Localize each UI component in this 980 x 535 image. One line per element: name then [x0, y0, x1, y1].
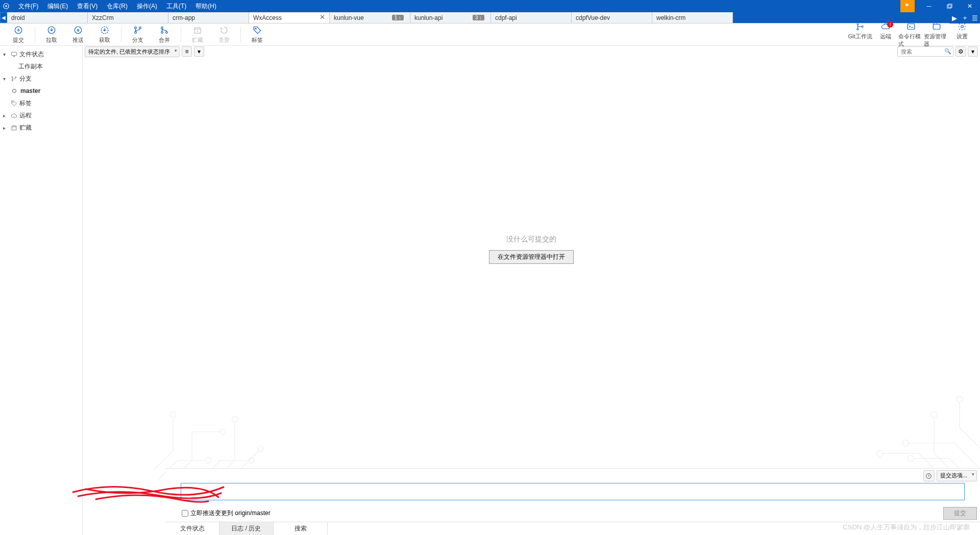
repo-tab-kunlun-vue[interactable]: kunlun-vue1 ↓	[330, 12, 410, 23]
tag-icon	[253, 25, 262, 35]
repo-tab-droid[interactable]: droid	[7, 12, 88, 23]
repo-tab-cdpf-api[interactable]: cdpf-api	[491, 12, 572, 23]
chevron-down-icon: ▾	[3, 76, 9, 82]
toolbar-commit-button[interactable]: 提交	[5, 25, 32, 44]
open-in-explorer-button[interactable]: 在文件资源管理器中打开	[489, 250, 574, 264]
repo-tab-welkin-crm[interactable]: welkin-crm	[652, 12, 733, 23]
monitor-icon	[9, 51, 18, 58]
tab-scroll-left-button[interactable]: ◀	[0, 12, 7, 23]
svg-point-37	[957, 396, 963, 402]
svg-point-33	[258, 446, 263, 452]
tree-remote[interactable]: ▸ 远程	[0, 109, 82, 121]
toolbar-remote-button[interactable]: 远端!	[873, 21, 898, 48]
menu-tools[interactable]: 工具(T)	[162, 1, 190, 12]
svg-rect-3	[948, 4, 951, 7]
toolbar-pull-button[interactable]: 拉取	[38, 25, 65, 44]
tab-label: cdpf-api	[495, 14, 567, 21]
tag-icon	[9, 100, 18, 107]
svg-point-30	[170, 412, 176, 418]
tree-work-copy[interactable]: 工作副本	[0, 60, 82, 72]
svg-rect-22	[11, 52, 16, 56]
tab-scroll-right-button[interactable]: ▶	[949, 12, 960, 23]
svg-point-1	[5, 5, 7, 7]
window-close-button[interactable]: ✕	[960, 0, 980, 12]
tab-badge: 1 ↓	[392, 15, 404, 20]
svg-point-31	[249, 457, 254, 463]
tree-branch[interactable]: ▾ 分支	[0, 72, 82, 85]
push-immediately-checkbox[interactable]: 立即推送变更到 origin/master	[182, 509, 271, 518]
menu-edit[interactable]: 编辑(E)	[43, 1, 72, 12]
commit-message-input[interactable]	[181, 483, 965, 500]
notification-badge: !	[887, 21, 893, 28]
file-sort-dropdown[interactable]: 待定的文件, 已依照文件状态排序	[85, 46, 180, 57]
bottom-tab-search[interactable]: 搜索	[274, 522, 328, 535]
tree-tag[interactable]: 标签	[0, 97, 82, 109]
app-logo-icon	[0, 0, 12, 12]
toolbar-branch-button[interactable]: 分支	[125, 25, 151, 44]
window-minimize-button[interactable]: ─	[919, 0, 939, 12]
svg-rect-19	[908, 23, 915, 29]
chevron-right-icon: ▸	[3, 125, 9, 131]
commit-button[interactable]: 提交	[943, 507, 977, 520]
tab-label: XzzCrm	[92, 14, 164, 21]
menu-repo[interactable]: 仓库(R)	[103, 1, 132, 12]
repo-tab-cdpfVue-dev[interactable]: cdpfVue-dev	[572, 12, 652, 23]
view-list-button[interactable]: ≡	[182, 46, 192, 57]
settings-more-button[interactable]: ▾	[968, 46, 978, 57]
svg-point-11	[161, 27, 163, 29]
tab-add-button[interactable]: ＋	[960, 12, 970, 23]
cloud-icon	[9, 112, 18, 119]
push-icon	[74, 25, 83, 35]
toolbar-explorer-button[interactable]: 资源管理器	[924, 21, 949, 48]
toolbar-merge-button[interactable]: 合并	[151, 25, 178, 44]
svg-rect-2	[947, 5, 950, 8]
menu-action[interactable]: 操作(A)	[133, 1, 161, 12]
bottom-tab-file-status[interactable]: 文件状态	[165, 522, 219, 535]
toolbar-gitflow-button[interactable]: Git工作流	[847, 21, 873, 48]
branch-current-icon	[12, 89, 16, 93]
svg-point-32	[232, 417, 237, 422]
tab-label: droid	[11, 14, 83, 21]
repo-tab-WxAccess[interactable]: WxAccess✕	[249, 12, 330, 23]
toolbar-push-button[interactable]: 推送	[65, 25, 91, 44]
settings-gear-button[interactable]: ⚙	[955, 46, 966, 57]
tab-label: kunlun-vue	[334, 14, 392, 21]
toolbar-fetch-button[interactable]: 获取	[91, 25, 118, 44]
commit-icon	[14, 25, 23, 35]
toolbar-settings-button[interactable]: 设置	[949, 21, 975, 48]
tree-stash[interactable]: ▸ 贮藏	[0, 121, 82, 134]
svg-point-29	[220, 429, 226, 434]
discard-icon	[219, 25, 229, 35]
stash-icon	[9, 125, 18, 131]
toolbar-cli-button[interactable]: 命令行模式	[898, 21, 924, 48]
svg-point-17	[857, 28, 859, 30]
fetch-icon	[100, 25, 109, 35]
menu-help[interactable]: 帮助(H)	[191, 1, 220, 12]
tree-branch-master[interactable]: master	[0, 85, 82, 97]
tab-menu-button[interactable]: ☰	[970, 12, 980, 23]
toolbar-stash-button: 贮藏	[184, 25, 211, 44]
toolbar-tag-button[interactable]: 标签	[244, 25, 271, 44]
chevron-right-icon: ▸	[3, 113, 9, 118]
toolbar-discard-button: 丢弃	[211, 25, 237, 44]
svg-point-36	[902, 440, 909, 446]
repo-tab-kunlun-api[interactable]: kunlun-api3 ↓	[410, 12, 491, 23]
tree-file-status[interactable]: ▾ 文件状态	[0, 48, 82, 60]
view-options-button[interactable]: ▾	[194, 46, 204, 57]
menu-view[interactable]: 查看(V)	[73, 1, 102, 12]
svg-point-28	[206, 457, 211, 463]
menu-file[interactable]: 文件(F)	[14, 1, 42, 12]
svg-rect-27	[12, 127, 16, 130]
tab-close-icon[interactable]: ✕	[319, 15, 325, 21]
svg-point-13	[166, 32, 168, 34]
repo-tab-crm-app[interactable]: crm-app	[168, 12, 249, 23]
repo-tab-XzzCrm[interactable]: XzzCrm	[88, 12, 168, 23]
svg-point-15	[255, 28, 256, 29]
bottom-tab-log[interactable]: 日志 / 历史	[219, 522, 274, 535]
notification-flag-icon[interactable]	[900, 0, 915, 12]
commit-options-dropdown[interactable]: 提交选项...	[937, 470, 977, 481]
commit-history-button[interactable]	[923, 470, 935, 481]
window-maximize-button[interactable]	[939, 0, 960, 12]
nothing-to-commit-label: 没什么可提交的	[489, 235, 574, 244]
svg-point-23	[12, 77, 13, 78]
